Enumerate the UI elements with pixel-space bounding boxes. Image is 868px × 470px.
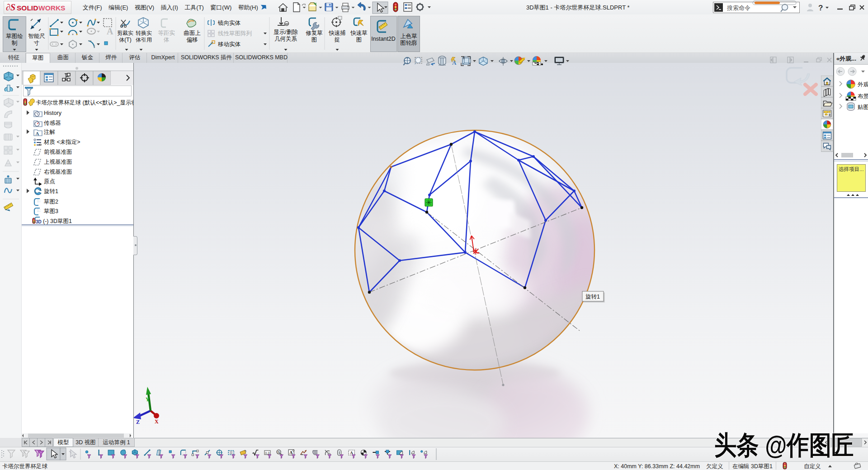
svg-text:X: X [155, 418, 159, 425]
svg-text:原点: 原点 [44, 178, 55, 185]
svg-text:3D: 3D [36, 219, 42, 224]
svg-text:布景: 布景 [858, 93, 868, 100]
svg-text:上视基准面: 上视基准面 [44, 159, 72, 165]
svg-text:(-) 3D草图1: (-) 3D草图1 [43, 218, 72, 224]
svg-text:WORKS: WORKS [38, 4, 65, 12]
svg-text:N: N [278, 451, 280, 454]
svg-text:前视基准面: 前视基准面 [44, 149, 72, 155]
svg-text:0.3: 0.3 [265, 451, 270, 455]
svg-text:贴图: 贴图 [858, 104, 868, 110]
svg-text:传感器: 传感器 [44, 120, 61, 126]
svg-text:旋转1: 旋转1 [585, 294, 600, 300]
svg-text:草图2: 草图2 [44, 199, 58, 205]
svg-text:?: ? [818, 4, 823, 12]
svg-text:右视基准面: 右视基准面 [44, 169, 72, 175]
svg-text:A: A [36, 131, 39, 136]
svg-text:Z: Z [136, 419, 140, 425]
svg-text:SOLID: SOLID [17, 4, 38, 12]
svg-text:材质 <未指定>: 材质 <未指定> [43, 139, 80, 145]
svg-text:卡塔尔世界杯足球 (默认<<默认>_显示状: 卡塔尔世界杯足球 (默认<<默认>_显示状 [36, 100, 133, 106]
svg-text:外观: 外观 [858, 81, 868, 88]
svg-text:Y: Y [146, 396, 150, 403]
svg-text:A: A [350, 451, 353, 455]
svg-text:History: History [44, 110, 62, 116]
svg-text:∂S: ∂S [6, 2, 15, 12]
svg-text:A: A [452, 59, 457, 66]
svg-text:旋转1: 旋转1 [44, 188, 58, 195]
svg-text:注解: 注解 [43, 129, 56, 135]
svg-text:草图3: 草图3 [44, 208, 58, 214]
